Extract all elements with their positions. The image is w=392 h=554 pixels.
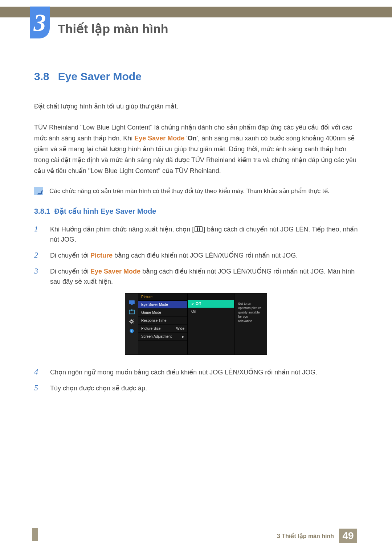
svg-rect-1	[131, 304, 132, 305]
osd-options-pad	[188, 294, 234, 300]
note-text: Các chức năng có sẵn trên màn hình có th…	[49, 186, 329, 196]
gear-icon	[128, 319, 135, 324]
osd-icon-column: i	[125, 294, 138, 354]
chapter-block: 3 Thiết lập màn hình	[30, 7, 168, 38]
chevron-right-icon: ▶	[182, 335, 184, 338]
osd-menu: i Picture Eye Saver Mode Game Mode Respo…	[125, 293, 267, 355]
note-block: Các chức năng có sẵn trên màn hình có th…	[34, 186, 358, 196]
osd-option-off[interactable]: Off	[188, 300, 234, 308]
page-number: 49	[339, 529, 357, 543]
svg-rect-0	[129, 300, 135, 304]
chapter-number-badge: 3	[30, 7, 50, 38]
step-text: Khi Hướng dẫn phím chức năng xuất hiện, …	[50, 224, 358, 245]
svg-line-12	[130, 323, 131, 323]
osd-item-screen-adjustment[interactable]: Screen Adjustment ▶	[138, 333, 187, 341]
body-paragraph: TÜV Rheinland "Low Blue Light Content" l…	[34, 122, 358, 176]
step-5: 5 Tùy chọn được chọn sẽ được áp.	[34, 383, 358, 393]
osd-figure: i Picture Eye Saver Mode Game Mode Respo…	[34, 293, 358, 355]
svg-text:i: i	[131, 329, 132, 333]
note-icon	[34, 187, 43, 195]
text-run: bằng cách điều khiển nút JOG LÊN/XUỐNG r…	[113, 252, 298, 259]
osd-option-label: Off	[196, 302, 201, 306]
step-number: 1	[34, 224, 43, 245]
footer-chapter-label: 3 Thiết lập màn hình	[277, 533, 334, 539]
osd-items-column: Picture Eye Saver Mode Game Mode Respons…	[138, 294, 188, 354]
osd-item-game-mode[interactable]: Game Mode	[138, 309, 187, 317]
svg-point-4	[131, 320, 133, 323]
svg-line-11	[133, 320, 134, 320]
svg-rect-3	[131, 309, 132, 311]
page-content: 3.8 Eye Saver Mode Đặt chất lượng hình ả…	[0, 40, 392, 393]
step-number: 3	[34, 266, 43, 287]
step-4: 4 Chọn ngôn ngữ mong muốn bằng cách điều…	[34, 367, 358, 377]
text-run: '	[184, 135, 187, 142]
osd-item-value: Wide	[176, 327, 184, 331]
subsection-number: 3.8.1	[34, 207, 50, 215]
osd-item-picture-size[interactable]: Picture Size Wide	[138, 325, 187, 333]
step-number: 2	[34, 250, 43, 260]
info-icon: i	[128, 328, 135, 333]
step-text: Di chuyển tới Picture bằng cách điều khi…	[50, 250, 298, 260]
osd-option-on[interactable]: On	[188, 308, 234, 315]
osd-item-response-time[interactable]: Response Time	[138, 317, 187, 325]
document-page: 3 Thiết lập màn hình 3.8 Eye Saver Mode …	[0, 0, 392, 554]
check-icon	[191, 302, 194, 306]
subsection-title: Đặt cấu hình Eye Saver Mode	[54, 207, 156, 215]
osd-item-label: Screen Adjustment	[141, 335, 172, 338]
monitor-icon	[128, 300, 135, 305]
step-1: 1 Khi Hướng dẫn phím chức năng xuất hiện…	[34, 224, 358, 245]
step-text: Tùy chọn được chọn sẽ được áp.	[50, 383, 147, 393]
page-header: 3 Thiết lập màn hình	[0, 0, 392, 40]
osd-description: Set to an optimum picture quality suitab…	[234, 294, 267, 354]
section-title: Eye Saver Mode	[58, 70, 142, 83]
osd-item-eye-saver[interactable]: Eye Saver Mode	[138, 301, 187, 309]
step-2: 2 Di chuyển tới Picture bằng cách điều k…	[34, 250, 358, 260]
osd-category-title: Picture	[138, 294, 187, 301]
osd-item-label: Picture Size	[141, 327, 160, 331]
svg-line-9	[130, 320, 131, 320]
footer-right: 3 Thiết lập màn hình 49	[277, 529, 357, 543]
footer-rule	[32, 528, 358, 528]
chapter-title: Thiết lập màn hình	[58, 9, 168, 36]
step-text: Di chuyển tới Eye Saver Mode bằng cách đ…	[50, 266, 358, 287]
section-number: 3.8	[34, 70, 49, 83]
highlight-eye-saver: Eye Saver Mode	[90, 268, 140, 275]
step-number: 4	[34, 367, 43, 377]
highlight-on: On	[188, 135, 197, 142]
osd-options-column: Off On	[188, 294, 234, 354]
steps-list: 1 Khi Hướng dẫn phím chức năng xuất hiện…	[34, 224, 358, 287]
text-run: Di chuyển tới	[50, 252, 90, 259]
text-run: Di chuyển tới	[50, 268, 90, 275]
subsection-heading: 3.8.1 Đặt cấu hình Eye Saver Mode	[34, 207, 358, 216]
step-text: Chọn ngôn ngữ mong muốn bằng cách điều k…	[50, 367, 317, 377]
page-footer: 3 Thiết lập màn hình 49	[0, 528, 392, 544]
highlight-picture: Picture	[90, 252, 113, 259]
text-run: Khi Hướng dẫn phím chức năng xuất hiện, …	[50, 226, 194, 233]
step-number: 5	[34, 383, 43, 393]
step-3: 3 Di chuyển tới Eye Saver Mode bằng cách…	[34, 266, 358, 287]
display-icon	[128, 309, 135, 315]
svg-line-10	[133, 323, 134, 323]
intro-paragraph: Đặt chất lượng hình ảnh tối ưu giúp thư …	[34, 101, 358, 112]
menu-grid-icon	[195, 226, 203, 232]
footer-tab	[32, 528, 38, 541]
section-heading: 3.8 Eye Saver Mode	[34, 70, 358, 83]
highlight-eye-saver: Eye Saver Mode	[134, 135, 184, 142]
steps-list-cont: 4 Chọn ngôn ngữ mong muốn bằng cách điều…	[34, 367, 358, 393]
